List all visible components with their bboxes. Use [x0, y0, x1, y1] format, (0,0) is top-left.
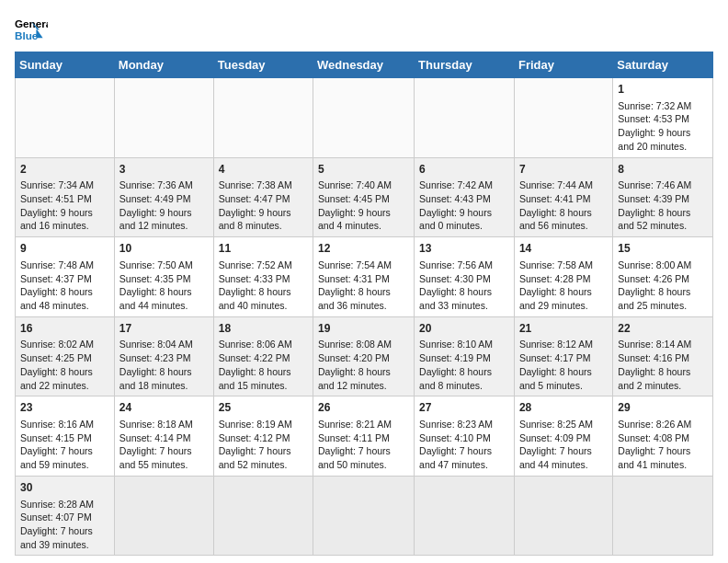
day-number: 8 [618, 162, 708, 178]
day-number: 18 [219, 321, 308, 337]
day-cell: 7Sunrise: 7:44 AM Sunset: 4:41 PM Daylig… [514, 157, 612, 237]
day-info: Sunrise: 7:48 AM Sunset: 4:37 PM Dayligh… [20, 259, 96, 311]
day-number: 1 [618, 82, 708, 98]
day-number: 25 [219, 400, 308, 416]
day-cell: 2Sunrise: 7:34 AM Sunset: 4:51 PM Daylig… [16, 157, 115, 237]
day-cell [415, 78, 515, 158]
day-cell: 14Sunrise: 7:58 AM Sunset: 4:28 PM Dayli… [514, 237, 612, 317]
day-info: Sunrise: 7:32 AM Sunset: 4:53 PM Dayligh… [618, 100, 693, 152]
svg-text:General: General [15, 17, 48, 29]
day-number: 24 [119, 400, 209, 416]
week-row-1: 1Sunrise: 7:32 AM Sunset: 4:53 PM Daylig… [16, 78, 713, 158]
weekday-header-monday: Monday [114, 52, 213, 78]
day-cell [16, 78, 115, 158]
day-number: 7 [519, 162, 608, 178]
day-info: Sunrise: 7:40 AM Sunset: 4:45 PM Dayligh… [318, 179, 393, 231]
day-cell: 24Sunrise: 8:18 AM Sunset: 4:14 PM Dayli… [114, 396, 213, 477]
week-row-3: 9Sunrise: 7:48 AM Sunset: 4:37 PM Daylig… [16, 237, 713, 317]
day-cell: 17Sunrise: 8:04 AM Sunset: 4:23 PM Dayli… [114, 316, 213, 396]
day-cell: 11Sunrise: 7:52 AM Sunset: 4:33 PM Dayli… [213, 237, 313, 317]
day-cell: 1Sunrise: 7:32 AM Sunset: 4:53 PM Daylig… [613, 78, 713, 158]
day-cell: 4Sunrise: 7:38 AM Sunset: 4:47 PM Daylig… [213, 157, 313, 237]
day-number: 23 [20, 400, 109, 416]
day-info: Sunrise: 8:21 AM Sunset: 4:11 PM Dayligh… [318, 419, 393, 470]
day-number: 22 [618, 321, 708, 337]
day-number: 30 [20, 480, 109, 496]
day-info: Sunrise: 8:14 AM Sunset: 4:16 PM Dayligh… [618, 339, 693, 390]
weekday-header-tuesday: Tuesday [213, 52, 313, 78]
day-number: 29 [618, 400, 708, 416]
day-number: 9 [20, 241, 109, 257]
day-info: Sunrise: 8:08 AM Sunset: 4:20 PM Dayligh… [318, 339, 393, 390]
day-cell: 9Sunrise: 7:48 AM Sunset: 4:37 PM Daylig… [16, 237, 115, 317]
day-info: Sunrise: 8:12 AM Sunset: 4:17 PM Dayligh… [519, 339, 595, 390]
logo: General Blue [15, 15, 53, 48]
day-number: 27 [419, 400, 509, 416]
day-cell: 30Sunrise: 8:28 AM Sunset: 4:07 PM Dayli… [16, 476, 115, 556]
weekday-header-saturday: Saturday [613, 52, 713, 78]
day-number: 2 [20, 162, 109, 178]
day-cell: 25Sunrise: 8:19 AM Sunset: 4:12 PM Dayli… [213, 396, 313, 477]
day-cell: 20Sunrise: 8:10 AM Sunset: 4:19 PM Dayli… [415, 316, 515, 396]
day-number: 20 [419, 321, 509, 337]
day-number: 12 [318, 241, 409, 257]
day-cell: 21Sunrise: 8:12 AM Sunset: 4:17 PM Dayli… [514, 316, 612, 396]
day-number: 28 [519, 400, 608, 416]
day-number: 15 [618, 241, 708, 257]
day-info: Sunrise: 7:34 AM Sunset: 4:51 PM Dayligh… [20, 179, 96, 231]
day-number: 14 [519, 241, 608, 257]
day-cell: 13Sunrise: 7:56 AM Sunset: 4:30 PM Dayli… [415, 237, 515, 317]
day-info: Sunrise: 7:58 AM Sunset: 4:28 PM Dayligh… [519, 259, 595, 311]
day-cell: 12Sunrise: 7:54 AM Sunset: 4:31 PM Dayli… [313, 237, 415, 317]
day-cell: 6Sunrise: 7:42 AM Sunset: 4:43 PM Daylig… [415, 157, 515, 237]
logo-icon: General Blue [15, 15, 48, 48]
day-number: 17 [119, 321, 209, 337]
day-info: Sunrise: 8:04 AM Sunset: 4:23 PM Dayligh… [119, 339, 195, 390]
day-cell: 28Sunrise: 8:25 AM Sunset: 4:09 PM Dayli… [514, 396, 612, 477]
day-info: Sunrise: 7:50 AM Sunset: 4:35 PM Dayligh… [119, 259, 195, 311]
day-info: Sunrise: 8:10 AM Sunset: 4:19 PM Dayligh… [419, 339, 495, 390]
day-cell [514, 476, 612, 556]
day-cell: 29Sunrise: 8:26 AM Sunset: 4:08 PM Dayli… [613, 396, 713, 477]
day-number: 21 [519, 321, 608, 337]
day-number: 4 [219, 162, 308, 178]
day-cell: 23Sunrise: 8:16 AM Sunset: 4:15 PM Dayli… [16, 396, 115, 477]
day-cell [514, 78, 612, 158]
day-cell: 22Sunrise: 8:14 AM Sunset: 4:16 PM Dayli… [613, 316, 713, 396]
day-info: Sunrise: 8:25 AM Sunset: 4:09 PM Dayligh… [519, 419, 595, 470]
day-info: Sunrise: 7:38 AM Sunset: 4:47 PM Dayligh… [219, 179, 294, 231]
weekday-header-sunday: Sunday [16, 52, 115, 78]
day-cell: 16Sunrise: 8:02 AM Sunset: 4:25 PM Dayli… [16, 316, 115, 396]
day-number: 13 [419, 241, 509, 257]
day-cell: 15Sunrise: 8:00 AM Sunset: 4:26 PM Dayli… [613, 237, 713, 317]
day-cell: 19Sunrise: 8:08 AM Sunset: 4:20 PM Dayli… [313, 316, 415, 396]
calendar-table: SundayMondayTuesdayWednesdayThursdayFrid… [15, 52, 713, 556]
day-info: Sunrise: 8:06 AM Sunset: 4:22 PM Dayligh… [219, 339, 294, 390]
day-number: 3 [119, 162, 209, 178]
day-info: Sunrise: 7:42 AM Sunset: 4:43 PM Dayligh… [419, 179, 495, 231]
day-info: Sunrise: 8:28 AM Sunset: 4:07 PM Dayligh… [20, 499, 96, 550]
day-number: 11 [219, 241, 308, 257]
day-info: Sunrise: 8:23 AM Sunset: 4:10 PM Dayligh… [419, 419, 495, 470]
week-row-2: 2Sunrise: 7:34 AM Sunset: 4:51 PM Daylig… [16, 157, 713, 237]
day-info: Sunrise: 8:19 AM Sunset: 4:12 PM Dayligh… [219, 419, 294, 470]
day-cell [213, 476, 313, 556]
week-row-6: 30Sunrise: 8:28 AM Sunset: 4:07 PM Dayli… [16, 476, 713, 556]
day-info: Sunrise: 7:52 AM Sunset: 4:33 PM Dayligh… [219, 259, 294, 311]
day-cell: 26Sunrise: 8:21 AM Sunset: 4:11 PM Dayli… [313, 396, 415, 477]
week-row-4: 16Sunrise: 8:02 AM Sunset: 4:25 PM Dayli… [16, 316, 713, 396]
day-cell [114, 78, 213, 158]
weekday-header-wednesday: Wednesday [313, 52, 415, 78]
svg-text:Blue: Blue [15, 29, 39, 41]
day-number: 19 [318, 321, 409, 337]
weekday-header-friday: Friday [514, 52, 612, 78]
day-info: Sunrise: 8:18 AM Sunset: 4:14 PM Dayligh… [119, 419, 195, 470]
day-number: 10 [119, 241, 209, 257]
day-info: Sunrise: 7:54 AM Sunset: 4:31 PM Dayligh… [318, 259, 393, 311]
day-info: Sunrise: 8:00 AM Sunset: 4:26 PM Dayligh… [618, 259, 693, 311]
day-cell [415, 476, 515, 556]
day-number: 16 [20, 321, 109, 337]
day-number: 6 [419, 162, 509, 178]
day-cell [114, 476, 213, 556]
day-cell [313, 476, 415, 556]
